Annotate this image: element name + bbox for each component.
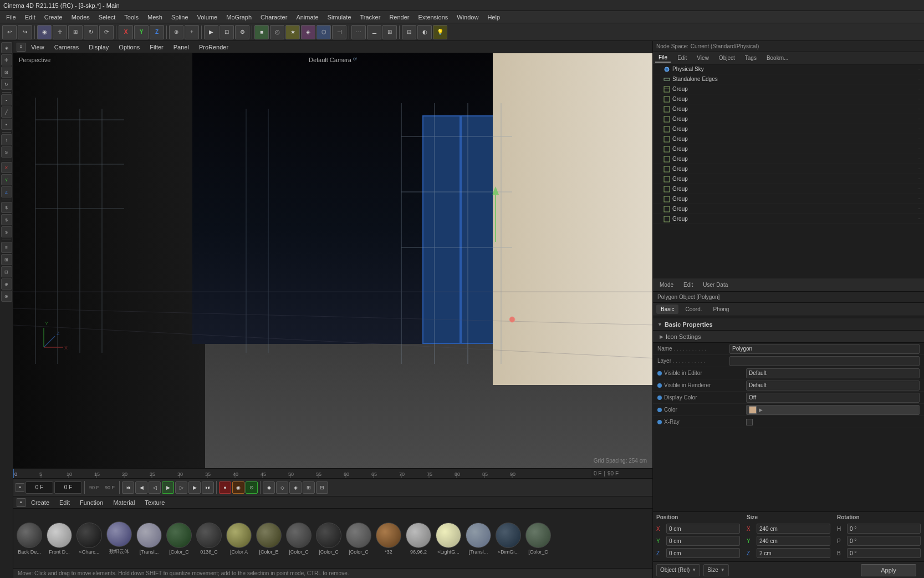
floor-button[interactable]: ⊟ (402, 25, 416, 39)
menu-mesh[interactable]: Mesh (144, 13, 166, 22)
mat-item-2[interactable]: <Charc... (75, 523, 103, 555)
obj-row-group-10[interactable]: Group ⋯ (653, 174, 924, 184)
size-y-field[interactable]: 240 cm (757, 536, 830, 546)
move-button[interactable]: ✛ (53, 25, 67, 39)
rot-h-field[interactable]: 0 ° (847, 524, 921, 534)
rotate-button[interactable]: ↻ (84, 25, 98, 39)
vm-view[interactable]: View (27, 43, 49, 52)
go-start-button[interactable]: ⏮ (122, 481, 134, 494)
pos-y-field[interactable]: 0 cm (666, 536, 740, 546)
obj-tab-file[interactable]: File (655, 53, 671, 63)
mat-item-17[interactable]: [Color_C (524, 523, 552, 555)
cube-button[interactable]: ■ (254, 25, 269, 39)
mm-create[interactable]: Create (27, 498, 54, 507)
obj-tab-object[interactable]: Object (716, 54, 738, 62)
lt-drag[interactable]: ↕ (1, 134, 12, 145)
move-tool-button[interactable]: ⊕ (169, 25, 183, 39)
mat-item-1[interactable]: Front D... (45, 523, 73, 555)
z-axis-button[interactable]: Z (150, 25, 164, 39)
obj-tab-edit[interactable]: Edit (674, 54, 690, 62)
pos-x-field[interactable]: 0 cm (666, 524, 740, 534)
undo-button[interactable]: ↩ (2, 25, 17, 39)
mat-item-8[interactable]: [Color_E (255, 523, 283, 555)
frame-field[interactable]: 0 F (25, 481, 53, 494)
props-tab-basic[interactable]: Basic (656, 305, 678, 314)
mat-item-11[interactable]: [Color_C (345, 523, 372, 555)
redo-button[interactable]: ↪ (18, 25, 32, 39)
visible-renderer-field[interactable]: Default (746, 381, 920, 391)
rot-b-field[interactable]: 0 ° (847, 548, 921, 558)
menu-create[interactable]: Create (40, 13, 67, 22)
object-rel-dropdown[interactable]: Object (Rel) ▼ (656, 564, 700, 576)
mat-item-15[interactable]: [Transl... (464, 523, 492, 555)
viewport[interactable]: X Y Z Perspective Default Camera ⁰ᶠ Grid… (13, 53, 652, 468)
name-field[interactable]: Polygon (729, 344, 920, 354)
menu-mograph[interactable]: MoGraph (222, 13, 256, 22)
menu-file[interactable]: File (2, 13, 20, 22)
snap-button[interactable]: ⊞ (382, 25, 397, 39)
obj-row-physical-sky[interactable]: Physical Sky ⋯ (653, 64, 924, 74)
go-end-button[interactable]: ⏭ (202, 481, 214, 494)
time-field[interactable]: 0 F (54, 481, 82, 494)
mm-texture[interactable]: Texture (140, 498, 169, 507)
keyframe4-button[interactable]: ⊞ (303, 481, 315, 494)
obj-row-group-8[interactable]: Group ⋯ (653, 154, 924, 164)
menu-animate[interactable]: Animate (292, 13, 322, 22)
vm-options[interactable]: Options (114, 43, 144, 52)
menu-select[interactable]: Select (95, 13, 120, 22)
menu-edit[interactable]: Edit (21, 13, 39, 22)
mat-item-0[interactable]: Back De... (16, 523, 43, 555)
keyframe5-button[interactable]: ⊟ (316, 481, 328, 494)
lt-points[interactable]: • (1, 94, 12, 105)
render-region-button[interactable]: ⊡ (219, 25, 234, 39)
menu-modes[interactable]: Modes (68, 13, 94, 22)
menu-spline[interactable]: Spline (167, 13, 192, 22)
lt-select[interactable]: ◈ (1, 42, 12, 53)
keyframe3-button[interactable]: ◈ (289, 481, 302, 494)
mat-item-10[interactable]: [Color_C (315, 523, 343, 555)
display-color-field[interactable]: Off (746, 393, 920, 403)
obj-row-group-5[interactable]: Group ⋯ (653, 124, 924, 134)
lt-tool3[interactable]: ⊕ (1, 278, 12, 290)
obj-tab-bookm[interactable]: Bookm... (763, 54, 792, 62)
lt-layer[interactable]: ≡ (1, 242, 12, 253)
vm-cameras[interactable]: Cameras (50, 43, 84, 52)
lt-tool1[interactable]: ⊞ (1, 254, 12, 265)
light2-button[interactable]: ◐ (417, 25, 432, 39)
obj-tab-tags[interactable]: Tags (742, 54, 760, 62)
vm-prorender[interactable]: ProRender (195, 43, 233, 52)
obj-row-standalone-edges[interactable]: Standalone Edges ⋯ (653, 74, 924, 84)
autokey-button[interactable]: ⊙ (246, 481, 258, 494)
lt-polys[interactable]: ▪ (1, 119, 12, 130)
obj-row-group-11[interactable]: Group ⋯ (653, 184, 924, 194)
mat-item-14[interactable]: <LightG... (435, 523, 462, 555)
obj-row-group-3[interactable]: Group ⋯ (653, 104, 924, 114)
x-axis-button[interactable]: X (119, 25, 133, 39)
lt-snap[interactable]: S (1, 146, 12, 158)
prev-key-button[interactable]: ◁ (149, 481, 161, 494)
lt-axis3[interactable]: Z (1, 186, 12, 197)
mm-edit[interactable]: Edit (55, 498, 74, 507)
select-left-button[interactable]: ⊣ (332, 25, 346, 39)
props-edit-btn[interactable]: Edit (680, 281, 696, 289)
menu-extensions[interactable]: Extensions (414, 13, 452, 22)
bulb-button[interactable]: 💡 (433, 25, 447, 39)
props-mode-btn[interactable]: Mode (656, 281, 677, 289)
y-axis-button[interactable]: Y (134, 25, 149, 39)
menu-tracker[interactable]: Tracker (356, 13, 385, 22)
poly-select-button[interactable]: ⋯ (351, 25, 366, 39)
obj-row-group-1[interactable]: Group ⋯ (653, 84, 924, 94)
add-button[interactable]: + (185, 25, 199, 39)
menu-character[interactable]: Character (257, 13, 291, 22)
record-pos-button[interactable]: ◉ (232, 481, 244, 494)
vm-display[interactable]: Display (84, 43, 113, 52)
scale-button[interactable]: ⊞ (68, 25, 83, 39)
size-dropdown[interactable]: Size ▼ (703, 564, 728, 576)
mat-item-13[interactable]: 96,96,2 (405, 523, 432, 555)
props-tab-phong[interactable]: Phong (708, 305, 733, 314)
color-swatch-field[interactable]: ▶ (746, 405, 920, 415)
size-z-field[interactable]: 2 cm (757, 548, 830, 558)
viewport-menu-icon[interactable]: ≡ (17, 43, 25, 52)
obj-row-group-2[interactable]: Group ⋯ (653, 94, 924, 104)
mat-item-4[interactable]: [Transl... (135, 523, 163, 555)
